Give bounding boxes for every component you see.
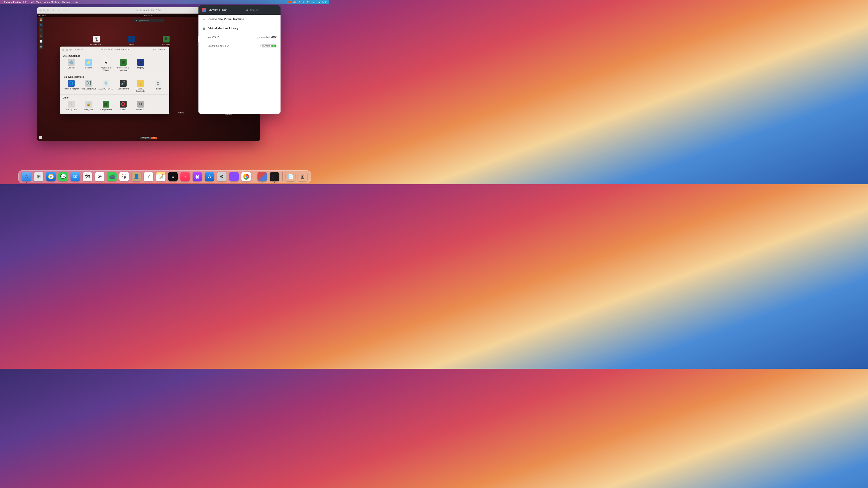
settings-item[interactable]: 💿CD/DVD (SATA) [97, 80, 115, 92]
settings-item[interactable]: 📁Sharing [80, 59, 97, 71]
settings-item[interactable]: 🖱Keyboard &Mouse [97, 59, 115, 71]
launcher-terminal-icon[interactable]: ▣ [39, 44, 43, 49]
dock-reminders-icon[interactable]: ☑ [144, 172, 153, 182]
dock-tv-icon[interactable]: tv [168, 172, 178, 182]
library-search-input[interactable] [250, 8, 277, 12]
launcher-firefox-icon[interactable]: 🦊 [39, 17, 43, 22]
launcher-software-icon[interactable]: A [39, 33, 43, 38]
dock-contacts-icon[interactable]: 👤 [131, 172, 141, 182]
desktop-icon[interactable]: bBitPay [114, 36, 149, 45]
settings-item-label: Display [137, 67, 144, 69]
dock-feedback-icon[interactable]: ! [229, 172, 239, 182]
menubar-clock[interactable]: Tue 07:18 [317, 1, 327, 3]
dock-settings-icon[interactable]: ⚙ [217, 172, 226, 182]
desktop-icon-label: AisleRiot Solit… [90, 43, 103, 45]
dock-launchpad-icon[interactable]: ⊞ [34, 172, 43, 182]
dock-facetime-icon[interactable]: 📹 [107, 172, 117, 182]
vm-toolbar-icons[interactable]: ⏸⧉ [52, 9, 59, 12]
vm-list-item[interactable]: macOS 10Powered OffOff [198, 33, 281, 41]
settings-item[interactable]: 💽Hard Disk (SCSI) [80, 80, 97, 92]
settings-item[interactable]: 🖨Printer [149, 80, 166, 92]
control-center-icon[interactable]: ⌥ [312, 1, 315, 3]
switch-all[interactable]: All [151, 137, 157, 139]
forward-icon[interactable]: › [69, 9, 70, 12]
snapshot-icon[interactable]: ⧉ [57, 9, 59, 12]
vm-status-pill: On [271, 45, 276, 47]
settings-item-label: Sharing [85, 67, 92, 69]
settings-add-device[interactable]: Add Device… [153, 48, 167, 51]
menu-help[interactable]: Help [73, 1, 78, 3]
vm-list-item[interactable]: Ubuntu 64-bit 18.04RunningOn [198, 41, 281, 50]
macos-dock: ☺⊞🧭💬✉🗺❀📹SEP15👤☑📝tv♪◉A⚙!>_📄🗑 [18, 170, 311, 183]
dock-photos-icon[interactable]: ❀ [95, 172, 104, 182]
library-search[interactable] [245, 8, 277, 12]
library-create-vm[interactable]: ＋ Create New Virtual Machine [198, 15, 281, 24]
settings-traffic-lights[interactable] [62, 48, 72, 51]
ubuntu-frequent-all-switch[interactable]: Frequent All [140, 137, 157, 139]
settings-item-label: Isolation [120, 108, 127, 111]
dock-maps-icon[interactable]: 🗺 [83, 172, 92, 182]
settings-titlebar[interactable]: Show All Ubuntu 64-bit 18.04: Settings A… [60, 46, 169, 53]
settings-item[interactable]: 🔊Sound Card [115, 80, 132, 92]
dock-music-icon[interactable]: ♪ [180, 172, 190, 182]
ubuntu-apps-grid-icon[interactable] [39, 136, 43, 140]
settings-item[interactable]: 🌐Network Adapter [63, 80, 80, 92]
launcher-help-icon[interactable]: 📄 [39, 39, 43, 43]
settings-item[interactable]: 🖥Display [132, 59, 149, 71]
dock-notes-icon[interactable]: 📝 [156, 172, 165, 182]
spotlight-icon[interactable]: 🔍 [307, 1, 309, 3]
ubuntu-activities[interactable]: Activities [38, 14, 46, 16]
dock-safari-icon[interactable]: 🧭 [46, 172, 56, 182]
ubuntu-search[interactable]: 🔍Type to search… [134, 19, 163, 22]
settings-item[interactable]: 🔒Encryption [80, 101, 97, 111]
settings-item[interactable]: ▦Compatibility [97, 101, 115, 111]
menu-edit[interactable]: Edit [30, 1, 33, 3]
vm-status-badge: RunningOn [260, 44, 277, 47]
dock-trash-icon[interactable]: 🗑 [298, 172, 307, 182]
dock-vmware-icon[interactable] [257, 172, 267, 182]
flag-icon[interactable]: 🇺🇸 [293, 1, 296, 3]
desktop-icon[interactable]: 🖩Calculator [149, 36, 184, 45]
menu-window[interactable]: Window [62, 1, 70, 3]
settings-grid-removable: 🌐Network Adapter💽Hard Disk (SCSI)💿CD/DVD… [60, 79, 169, 95]
menu-virtual-machine[interactable]: Virtual Machine [44, 1, 59, 3]
settings-item[interactable]: ᛒUSB &Bluetooth [132, 80, 149, 92]
ubuntu-clock[interactable]: Mon 22:18 [145, 14, 153, 16]
settings-item[interactable]: ⭕Isolation [115, 101, 132, 111]
vm-toolbar-nav[interactable]: ↶› [65, 9, 70, 12]
desktop-icon-label: BitPay [129, 43, 134, 45]
menu-file[interactable]: File [23, 1, 27, 3]
status-icon[interactable] [288, 1, 291, 3]
launcher-thunderbird-icon[interactable]: ✉ [39, 23, 43, 27]
menu-view[interactable]: View [36, 1, 41, 3]
settings-item[interactable]: ▥Processors &Memory [115, 59, 132, 71]
library-header-row[interactable]: ▦ Virtual Machine Library [198, 24, 281, 33]
settings-item[interactable]: ⚙Advanced [132, 101, 149, 111]
bluetooth-icon[interactable]: ᚼ [303, 1, 304, 3]
pause-icon[interactable]: ⏸ [52, 9, 55, 12]
settings-item[interactable]: ?Startup Disk [63, 101, 80, 111]
desktop-icon[interactable]: 🂡AisleRiot Solit… [79, 36, 114, 45]
window-traffic-lights[interactable] [39, 9, 49, 11]
dock-podcasts-icon[interactable]: ◉ [193, 172, 202, 182]
vm-list: macOS 10Powered OffOffUbuntu 64-bit 18.0… [198, 33, 281, 50]
dock-finder-icon[interactable]: ☺ [22, 172, 31, 182]
settings-item[interactable]: ⚙️General [63, 59, 80, 71]
menubar-app-name[interactable]: VMware Fusion [4, 1, 21, 3]
dock-terminal-icon[interactable]: >_ [270, 172, 279, 182]
dock-downloads-icon[interactable]: 📄 [286, 172, 295, 182]
settings-show-all[interactable]: Show All [74, 48, 83, 51]
launcher-files-icon[interactable]: 🗂 [39, 28, 43, 33]
menubar-right: 🇺🇸 ▢ ᚼ 🔍 ⌥ Tue 07:18 [288, 1, 327, 3]
dock-mail-icon[interactable]: ✉ [70, 172, 80, 182]
dock-messages-icon[interactable]: 💬 [58, 172, 68, 182]
dock-chrome-icon[interactable] [241, 172, 251, 182]
dock-calendar-icon[interactable]: SEP15 [119, 172, 129, 182]
desktop-icon[interactable]: Settings [166, 112, 195, 114]
stage-manager-icon[interactable]: ▢ [298, 1, 301, 3]
settings-item-label: Encryption [84, 108, 94, 111]
back-icon[interactable]: ↶ [65, 9, 67, 12]
search-icon [245, 8, 248, 11]
switch-frequent[interactable]: Frequent [140, 137, 151, 139]
dock-appstore-icon[interactable]: A [205, 172, 214, 182]
